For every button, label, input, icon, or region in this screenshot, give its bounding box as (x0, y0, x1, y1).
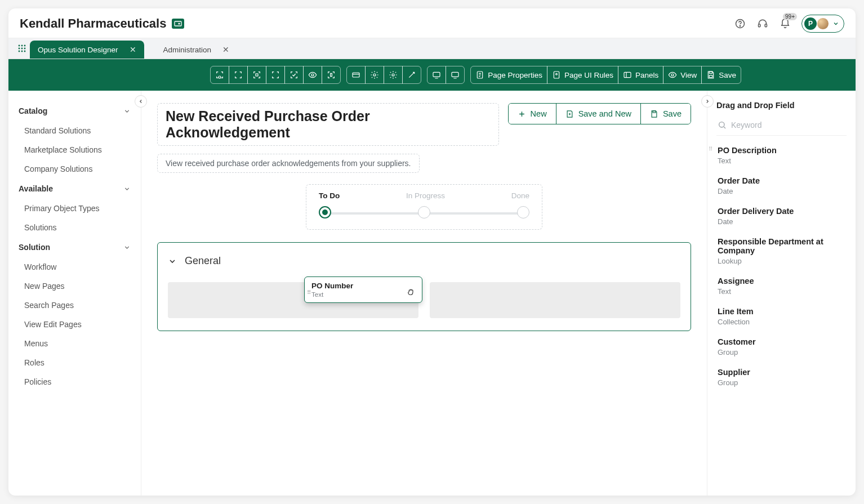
toolbar-eye[interactable] (303, 66, 322, 84)
grip-icon: ⠿ (709, 146, 712, 152)
toolbar-frame-5[interactable] (284, 66, 304, 84)
page-properties-button[interactable]: Page Properties (470, 66, 547, 84)
sidebar-item-marketplace-solutions[interactable]: Marketplace Solutions (16, 140, 133, 159)
progress-node[interactable] (319, 206, 331, 218)
profile-menu[interactable]: P (801, 15, 844, 33)
app-window: Kendall Pharmaceuticals 99+ P (8, 8, 856, 496)
toolbar-card[interactable] (346, 66, 366, 84)
profile-badge-icon: P (804, 17, 817, 30)
sidebar-item-standard-solutions[interactable]: Standard Solutions (16, 121, 133, 140)
save-button[interactable]: Save (640, 104, 691, 124)
svg-rect-30 (710, 75, 712, 78)
toolbar-device-2[interactable] (446, 66, 465, 84)
tab-administration[interactable]: Administration✕ (155, 41, 238, 59)
toolbar-frame-3[interactable] (247, 66, 266, 84)
field-item-responsible-department-at-company[interactable]: Responsible Department at CompanyLookup (716, 231, 847, 271)
collapse-right-handle[interactable] (701, 95, 714, 108)
toolbar-save-button[interactable]: Save (701, 66, 741, 84)
field-item-supplier[interactable]: SupplierGroup (716, 362, 847, 393)
toolbar-group-page: Page Properties Page UI Rules Panels Vie… (470, 66, 741, 84)
sidebar-item-new-pages[interactable]: New Pages (16, 276, 133, 296)
toolbar-device-1[interactable] (427, 66, 446, 84)
svg-point-15 (219, 76, 221, 78)
sidebar-item-workflow[interactable]: Workflow (16, 257, 133, 276)
section-general[interactable]: General ⠿ PO Number Text (157, 242, 691, 331)
main-canvas: New Received Purchase Order Acknowledgem… (141, 91, 707, 496)
notifications-badge: 99+ (783, 13, 797, 20)
dragging-field-type: Text (311, 291, 415, 298)
field-search[interactable] (716, 117, 847, 136)
svg-rect-31 (653, 110, 656, 112)
page-ui-rules-button[interactable]: Page UI Rules (547, 66, 618, 84)
sidebar-item-company-solutions[interactable]: Company Solutions (16, 159, 133, 179)
field-item-order-date[interactable]: Order DateDate (716, 171, 847, 201)
svg-point-32 (719, 122, 724, 127)
progress-steps[interactable]: To DoIn ProgressDone (306, 184, 542, 230)
page-subtitle[interactable]: View received purchase order acknowledge… (157, 154, 420, 173)
tab-label: Administration (163, 46, 212, 54)
toolbar-frame-4[interactable] (266, 66, 285, 84)
field-item-order-delivery-date[interactable]: Order Delivery DateDate (716, 201, 847, 231)
new-button[interactable]: New (509, 104, 556, 124)
sidebar-group-available[interactable]: Available (16, 179, 133, 199)
svg-point-17 (311, 74, 314, 76)
section-header[interactable]: General (168, 253, 680, 275)
field-item-po-description[interactable]: ⠿PO DescriptionText (716, 140, 847, 171)
toolbar-frame-1[interactable] (210, 66, 229, 84)
progress-label: To Do (319, 191, 340, 200)
sidebar-item-policies[interactable]: Policies (16, 372, 133, 391)
toolbar-wand[interactable] (402, 66, 421, 84)
field-item-assignee[interactable]: AssigneeText (716, 271, 847, 301)
field-item-customer[interactable]: CustomerGroup (716, 332, 847, 362)
field-drop-slot[interactable] (430, 282, 680, 318)
sidebar-item-solutions[interactable]: Solutions (16, 218, 133, 237)
close-icon[interactable]: ✕ (130, 45, 136, 54)
field-type: Text (718, 157, 845, 165)
progress-node[interactable] (517, 206, 529, 218)
toolbar-gear-1[interactable] (365, 66, 384, 84)
avatar (817, 17, 829, 30)
sidebar-group-solution[interactable]: Solution (16, 237, 133, 257)
field-name: Responsible Department at Company (718, 237, 845, 255)
field-name: PO Description (718, 146, 845, 155)
field-type: Group (718, 378, 845, 387)
field-name: Order Date (718, 176, 845, 185)
toolbar-group-frames (210, 66, 341, 84)
svg-point-28 (671, 74, 674, 76)
sidebar-item-menus[interactable]: Menus (16, 334, 133, 353)
topbar: Kendall Pharmaceuticals 99+ P (8, 8, 856, 38)
svg-rect-4 (759, 24, 760, 27)
notifications-icon[interactable]: 99+ (779, 17, 791, 30)
sidebar-item-primary-object-types[interactable]: Primary Object Types (16, 199, 133, 218)
right-panel-title: Drag and Drop Field (716, 99, 847, 117)
save-and-new-button[interactable]: Save and New (556, 104, 640, 124)
progress-node[interactable] (418, 206, 430, 218)
field-search-input[interactable] (731, 121, 845, 130)
sidebar-group-catalog[interactable]: Catalog (16, 101, 133, 121)
help-icon[interactable] (734, 17, 746, 30)
toolbar-frame-6[interactable] (322, 66, 341, 84)
search-icon (718, 121, 727, 130)
headset-icon[interactable] (756, 17, 769, 30)
toolbar-group-settings (346, 66, 421, 84)
view-button[interactable]: View (663, 66, 702, 84)
collapse-left-handle[interactable] (135, 95, 147, 108)
page-title[interactable]: New Received Purchase Order Acknowledgem… (157, 103, 499, 146)
close-icon[interactable]: ✕ (222, 45, 229, 54)
sidebar-item-roles[interactable]: Roles (16, 353, 133, 372)
toolbar-gear-2[interactable] (384, 66, 403, 84)
sidebar-item-view-edit-pages[interactable]: View Edit Pages (16, 315, 133, 334)
body: CatalogStandard SolutionsMarketplace Sol… (8, 91, 856, 496)
toolbar: Page Properties Page UI Rules Panels Vie… (8, 59, 856, 91)
dragging-field-chip[interactable]: ⠿ PO Number Text (304, 276, 422, 303)
toolbar-frame-2[interactable] (229, 66, 248, 84)
field-item-line-item[interactable]: Line ItemCollection (716, 301, 847, 332)
grip-icon: ⠿ (307, 289, 311, 296)
sidebar-item-search-pages[interactable]: Search Pages (16, 296, 133, 315)
apps-grid-icon[interactable] (14, 38, 30, 59)
sidebar: CatalogStandard SolutionsMarketplace Sol… (8, 91, 141, 496)
field-type: Date (718, 187, 845, 195)
chevron-down-icon (123, 185, 131, 193)
tab-opus-solution-designer[interactable]: Opus Solution Designer✕ (30, 41, 144, 59)
panels-button[interactable]: Panels (618, 66, 663, 84)
